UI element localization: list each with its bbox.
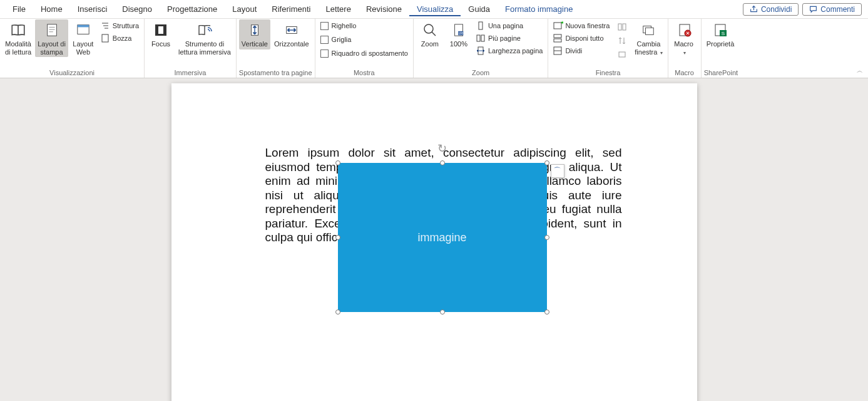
tab-revisione[interactable]: Revisione: [359, 2, 409, 16]
group-mostra-label: Mostra: [318, 68, 411, 78]
svg-rect-26: [618, 24, 621, 30]
split-button[interactable]: Dividi: [551, 44, 612, 57]
immersive-reader-icon: [196, 21, 213, 39]
comments-label: Commenti: [820, 5, 855, 14]
outline-icon: [101, 21, 110, 30]
group-finestra-label: Finestra: [551, 68, 665, 78]
comments-button[interactable]: Commenti: [802, 3, 862, 16]
reset-window-button[interactable]: [615, 48, 629, 61]
svg-rect-5: [78, 25, 89, 28]
tab-layout[interactable]: Layout: [225, 2, 264, 16]
group-zoom: Zoom 100 100% Una pagina Più pagine Larg…: [414, 19, 548, 78]
group-sharepoint: S Proprietà SharePoint: [702, 19, 740, 78]
group-spostamento: Verticale Orizzontale Spostamento tra pa…: [237, 19, 315, 78]
zoom-button[interactable]: Zoom: [416, 19, 444, 49]
tab-inserisci[interactable]: Inserisci: [70, 2, 115, 16]
horizontal-button[interactable]: Orizzontale: [272, 19, 312, 49]
view-side-by-side-button[interactable]: [615, 21, 629, 33]
layout-options-icon: ⌒: [553, 165, 561, 177]
resize-handle-bl[interactable]: [335, 310, 340, 315]
arrange-all-icon: [553, 34, 562, 43]
resize-handle-l[interactable]: [335, 235, 340, 240]
resize-handle-t[interactable]: [440, 160, 445, 165]
resize-handle-b[interactable]: [440, 310, 445, 315]
image-placeholder: immagine: [338, 163, 547, 312]
chevron-up-icon: ︿: [857, 67, 863, 74]
document-canvas[interactable]: Lorem ipsum dolor sit amet, consectetur …: [0, 78, 868, 401]
one-page-button[interactable]: Una pagina: [474, 19, 545, 32]
properties-button[interactable]: S Proprietà: [704, 19, 737, 49]
comment-icon: [809, 5, 817, 13]
tab-formato-immagine[interactable]: Formato immagine: [498, 2, 580, 16]
immersive-reader-label: Strumento di lettura immersiva: [178, 40, 231, 56]
switch-windows-button[interactable]: Cambia finestra ▾: [632, 19, 665, 57]
new-window-button[interactable]: ✶Nuova finestra: [551, 19, 612, 32]
share-button[interactable]: Condividi: [743, 3, 799, 16]
tab-home[interactable]: Home: [33, 2, 70, 16]
focus-button[interactable]: Focus: [147, 19, 175, 49]
tab-lettere[interactable]: Lettere: [318, 2, 358, 16]
tab-progettazione[interactable]: Progettazione: [160, 2, 225, 16]
arrange-all-label: Disponi tutto: [565, 34, 603, 42]
tab-visualizza[interactable]: Visualizza: [409, 2, 461, 16]
multi-page-label: Più pagine: [488, 34, 521, 42]
read-mode-button[interactable]: Modalità di lettura: [3, 19, 34, 57]
web-layout-button[interactable]: Layout Web: [69, 19, 97, 57]
resize-handle-br[interactable]: [544, 310, 549, 315]
group-immersiva-label: Immersiva: [147, 68, 233, 78]
svg-rect-16: [479, 22, 483, 29]
switch-windows-icon: [640, 21, 657, 39]
ruler-checkbox[interactable]: Righello: [318, 19, 411, 32]
magnifier-icon: [421, 21, 439, 39]
chevron-down-icon: ▾: [683, 50, 686, 56]
new-window-icon: ✶: [553, 21, 562, 30]
vertical-button[interactable]: Verticale: [239, 19, 270, 49]
image-caption: immagine: [417, 231, 466, 244]
horizontal-label: Orizzontale: [274, 40, 309, 48]
zoom-100-label: 100%: [450, 40, 467, 48]
macro-button[interactable]: Macro▾: [671, 19, 698, 57]
svg-text:✶: ✶: [560, 20, 564, 26]
tab-file[interactable]: File: [5, 2, 33, 16]
resize-handle-tl[interactable]: [335, 160, 340, 165]
group-sharepoint-label: SharePoint: [704, 68, 738, 78]
draft-button[interactable]: Bozza: [98, 32, 141, 44]
zoom-100-button[interactable]: 100 100%: [445, 19, 472, 49]
group-macro-label: Macro: [671, 68, 698, 78]
page-width-button[interactable]: Larghezza pagina: [474, 44, 545, 57]
group-visualizzazioni: Modalità di lettura Layout di stampa Lay…: [0, 19, 145, 78]
macro-label: Macro▾: [674, 40, 695, 56]
tab-disegno[interactable]: Disegno: [115, 2, 160, 16]
gridlines-checkbox[interactable]: Griglia: [318, 33, 411, 46]
resize-handle-r[interactable]: [544, 235, 549, 240]
tab-riferimenti[interactable]: Riferimenti: [264, 2, 318, 16]
svg-rect-22: [554, 34, 561, 38]
share-label: Condividi: [761, 5, 792, 14]
zoom-label: Zoom: [421, 40, 439, 48]
rotate-handle-icon[interactable]: ↻: [437, 142, 447, 155]
svg-text:S: S: [722, 31, 725, 36]
svg-text:100: 100: [458, 32, 463, 35]
outline-button[interactable]: Struttura: [98, 19, 141, 32]
tab-guida[interactable]: Guida: [461, 2, 498, 16]
resize-handle-tr[interactable]: [544, 160, 549, 165]
properties-label: Proprietà: [707, 40, 735, 48]
macro-icon: [676, 21, 693, 39]
multi-page-button[interactable]: Più pagine: [474, 32, 545, 44]
selected-image[interactable]: ↻ immagine ⌒: [338, 163, 547, 312]
immersive-reader-button[interactable]: Strumento di lettura immersiva: [176, 19, 233, 57]
svg-point-11: [424, 24, 433, 33]
svg-rect-30: [646, 28, 654, 34]
arrange-all-button[interactable]: Disponi tutto: [551, 32, 612, 44]
sync-scroll-button[interactable]: [615, 34, 629, 47]
split-icon: [553, 46, 562, 55]
group-macro: Macro▾ Macro: [668, 19, 702, 78]
collapse-ribbon-button[interactable]: ︿: [857, 66, 863, 75]
group-visualizzazioni-label: Visualizzazioni: [3, 68, 141, 78]
print-layout-button[interactable]: Layout di stampa: [35, 19, 68, 57]
side-by-side-icon: [618, 23, 626, 31]
svg-rect-17: [477, 35, 480, 41]
navpane-checkbox[interactable]: Riquadro di spostamento: [318, 47, 411, 60]
layout-options-button[interactable]: ⌒: [551, 164, 564, 178]
navpane-label: Riquadro di spostamento: [332, 49, 408, 57]
